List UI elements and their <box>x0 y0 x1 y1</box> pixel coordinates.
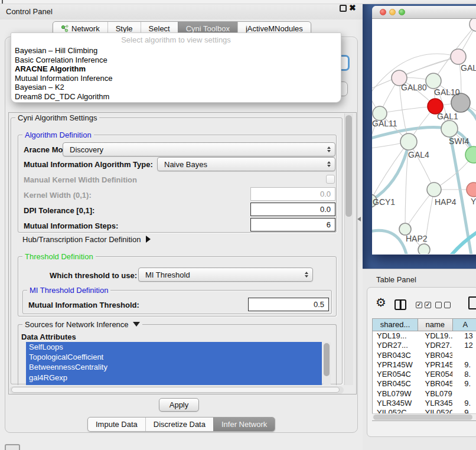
algorithm-definition-group-title: Algorithm Definition <box>22 131 94 139</box>
table-cell: YDL19... <box>418 331 453 341</box>
attribute-item[interactable]: SelfLoops <box>26 342 322 352</box>
algorithm-option[interactable]: Dream8 DC_TDC Algorithm <box>11 92 341 102</box>
network-window-titlebar[interactable] <box>372 6 476 19</box>
node-hap2[interactable] <box>399 223 411 235</box>
table-cell: YDL19... <box>373 331 418 341</box>
node-label: GCY1 <box>373 197 395 207</box>
manual-kernel-width-checkbox[interactable] <box>326 175 335 184</box>
node-gal-pink[interactable] <box>451 49 466 64</box>
which-threshold-value: MI Threshold <box>145 270 190 279</box>
algorithm-dropdown-popup: Select algorithm to view settings Bayesi… <box>11 32 341 103</box>
collapse-down-icon <box>133 322 140 327</box>
tab-label: Discretize Data <box>154 418 206 431</box>
table-row[interactable]: YLR345WYLR345W9. <box>373 399 476 408</box>
mi-steps-field[interactable]: 6 <box>250 218 335 231</box>
checkbox-unchecked-icon[interactable] <box>435 302 442 308</box>
mi-steps-label: Mutual Information Steps: <box>24 221 118 230</box>
network-svg: GALGAL80GAL10GAL1GAL11SWI4GAL4GCY1HAP4YH… <box>372 19 476 254</box>
node-label: Y <box>471 197 476 206</box>
tab-impute-data[interactable]: Impute Data <box>88 418 145 431</box>
table-row[interactable]: YPR145WYPR145W9. <box>373 360 476 370</box>
window-edge-tick <box>2 0 3 4</box>
mi-threshold-field[interactable]: 0.5 <box>248 298 329 311</box>
node-gal10[interactable] <box>426 73 441 89</box>
node-label: GAL <box>461 63 476 73</box>
table-horizontal-scrollbar-thumb[interactable] <box>373 415 472 420</box>
mi-algorithm-type-select[interactable]: Naive Bayes <box>157 157 335 171</box>
algorithm-option[interactable]: Mutual Information Inference <box>11 74 341 83</box>
column-header[interactable]: name <box>418 319 453 331</box>
table-cell: 9 <box>452 408 476 413</box>
column-header[interactable]: A <box>453 319 476 331</box>
node-swi4[interactable] <box>441 120 458 137</box>
splitpane-toggle-arrow[interactable] <box>357 217 361 221</box>
algorithm-option[interactable]: Basic Correlation Inference <box>11 56 341 65</box>
kernel-width-field[interactable]: 0.0 <box>250 187 335 201</box>
collapsed-panel-icon[interactable] <box>5 444 20 450</box>
zoom-window-icon[interactable] <box>399 9 405 15</box>
attributes-list-scrollbar-thumb[interactable] <box>324 343 330 376</box>
attribute-item[interactable]: TopologicalCoefficient <box>26 352 322 362</box>
node-partial-top[interactable] <box>470 19 476 31</box>
tab-infer-network[interactable]: Infer Network <box>213 418 275 431</box>
aracne-mode-select[interactable]: Discovery <box>63 142 335 156</box>
table-cell: YPR145W <box>373 360 418 370</box>
node-label: GAL1 <box>437 112 458 121</box>
dpi-tolerance-field[interactable]: 0.0 <box>250 203 335 216</box>
table-cell: YER054C <box>418 370 453 379</box>
settings-vertical-scrollbar-thumb[interactable] <box>345 115 352 217</box>
split-columns-icon[interactable] <box>395 299 406 310</box>
node-bright-green[interactable] <box>465 146 476 163</box>
attribute-item[interactable]: BetweennessCentrality <box>26 362 322 372</box>
algorithm-option[interactable]: Bayesian – K2 <box>11 83 341 92</box>
node-hap4[interactable] <box>427 182 441 197</box>
close-window-icon[interactable] <box>380 9 386 15</box>
tab-label: Infer Network <box>221 418 267 431</box>
table-cell: YBR043C <box>418 351 453 360</box>
table-cell: YBL079W <box>373 389 418 399</box>
float-panel-icon[interactable] <box>340 5 347 12</box>
algorithm-option[interactable]: ARACNE Algorithm <box>11 64 341 74</box>
table-cell <box>452 351 476 360</box>
table-cell: YDR27... <box>418 341 453 350</box>
gear-icon[interactable]: ⚙ <box>376 296 386 308</box>
table-panel-title: Table Panel <box>376 275 416 284</box>
which-threshold-select[interactable]: MI Threshold <box>138 268 313 282</box>
node-gal4[interactable] <box>400 133 417 150</box>
checkbox-checked-icon[interactable]: ✓ <box>425 302 431 308</box>
checkbox-unchecked-icon[interactable] <box>444 302 451 308</box>
tab-discretize-data[interactable]: Discretize Data <box>145 418 213 431</box>
window-controls <box>380 9 405 15</box>
new-table-icon[interactable] <box>468 296 476 309</box>
hub-definition-toggle[interactable]: Hub/Transcription Factor Definition <box>22 235 151 244</box>
stepper-arrows-icon <box>327 146 331 152</box>
table-row[interactable]: YBR043CYBR043C <box>373 351 476 360</box>
node-partial-bottom[interactable] <box>418 244 430 254</box>
minimize-window-icon[interactable] <box>389 9 396 15</box>
column-header[interactable]: shared... <box>373 319 418 331</box>
table-row[interactable]: YBL079WYBL079W <box>373 389 476 399</box>
table-row[interactable]: YDR27...YDR27...12 <box>373 341 476 350</box>
table-cell: 12 <box>452 341 476 350</box>
table-cell <box>452 389 476 399</box>
close-icon[interactable]: ✖ <box>349 3 356 12</box>
table-row[interactable]: YIL052CYIL052C9 <box>373 408 476 413</box>
sources-group-title[interactable]: Sources for Network Inference <box>22 320 142 329</box>
attribute-item-partial[interactable] <box>26 383 322 385</box>
checkbox-checked-icon[interactable]: ✓ <box>416 302 422 308</box>
mi-algorithm-type-value: Naive Bayes <box>164 160 207 169</box>
node-label: GAL10 <box>434 87 460 97</box>
stepper-arrows-icon <box>305 272 308 278</box>
cyni-settings-group-title: Cyni Algorithm Settings <box>15 113 99 122</box>
node-table: shared...nameA YDL19...YDL19...13YDR27..… <box>372 318 476 421</box>
node-salmon[interactable] <box>467 182 476 197</box>
table-row[interactable]: YER054CYER054C8. <box>373 370 476 379</box>
table-row[interactable]: YDL19...YDL19...13 <box>373 331 476 341</box>
attribute-item[interactable]: gal4RGexp <box>26 373 322 383</box>
network-canvas[interactable]: GALGAL80GAL10GAL1GAL11SWI4GAL4GCY1HAP4YH… <box>372 19 476 255</box>
settings-horizontal-scrollbar-thumb[interactable] <box>11 387 340 393</box>
algorithm-option[interactable]: Bayesian – Hill Climbing <box>11 46 341 56</box>
window-top-strip <box>0 0 476 4</box>
table-row[interactable]: YBR045CYBR045C9. <box>373 379 476 389</box>
apply-button[interactable]: Apply <box>159 398 199 412</box>
